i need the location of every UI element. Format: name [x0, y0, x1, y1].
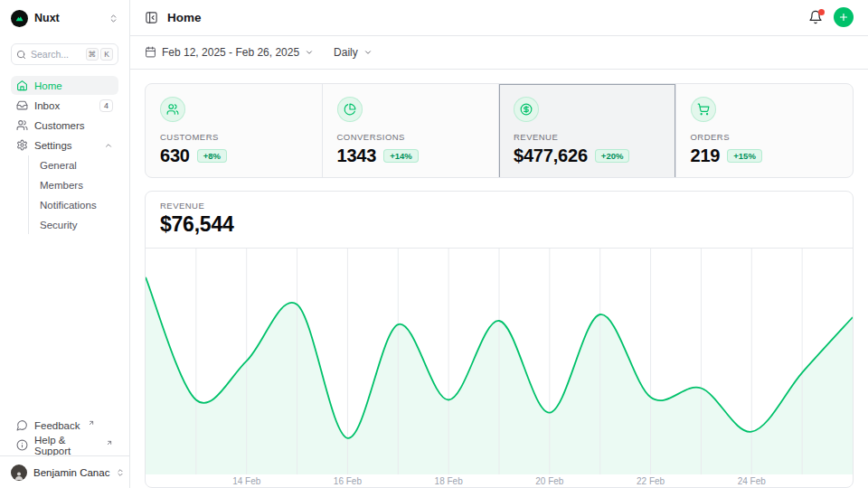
chevron-down-icon [363, 48, 373, 57]
stat-value: $477,626 [514, 145, 588, 166]
info-circle-icon [16, 439, 28, 451]
sidebar-footer-nav: Feedback Help & Support [0, 416, 129, 455]
sidebar-item-general[interactable]: General [33, 155, 118, 174]
date-range-value: Feb 12, 2025 - Feb 26, 2025 [162, 46, 299, 59]
stat-card-orders[interactable]: ORDERS 219 +15% [676, 84, 854, 178]
stat-delta-badge: +20% [595, 149, 630, 163]
revenue-chart-card: REVENUE $76,544 14 Feb16 Feb18 Feb20 Feb… [145, 191, 854, 488]
chevrons-up-down-icon [108, 14, 118, 23]
stats-row: CUSTOMERS 630 +8% CONVERSIONS 1343 +14% [145, 83, 854, 178]
stat-value: 630 [160, 145, 190, 166]
external-link-icon [88, 419, 95, 427]
sidebar-item-security[interactable]: Security [33, 215, 118, 234]
sidebar-item-label: Help & Support [34, 435, 99, 456]
sidebar-item-help-support[interactable]: Help & Support [11, 436, 118, 455]
avatar [11, 465, 27, 481]
sidebar-item-label: Members [40, 180, 83, 191]
search-placeholder: Search... [31, 49, 81, 60]
chart-plot[interactable] [146, 249, 853, 474]
collapse-sidebar-icon[interactable] [145, 11, 158, 24]
period-value: Daily [334, 46, 358, 59]
shopping-cart-icon [691, 97, 716, 122]
inbox-icon [16, 99, 28, 111]
stat-label: REVENUE [514, 132, 661, 142]
sidebar-item-customers[interactable]: Customers [11, 116, 118, 135]
sidebar-item-label: Inbox [34, 100, 93, 111]
notifications-button[interactable] [808, 10, 823, 24]
revenue-area-chart[interactable] [146, 249, 853, 474]
x-axis-label: 24 Feb [738, 476, 766, 486]
add-button[interactable] [834, 7, 854, 27]
sidebar-item-label: Feedback [34, 420, 80, 431]
sidebar-spacer [0, 235, 129, 416]
sidebar-item-label: Security [40, 220, 78, 230]
sidebar-item-members[interactable]: Members [33, 175, 118, 194]
kbd-cmd: ⌘ [86, 48, 99, 61]
period-select[interactable]: Daily [334, 46, 373, 59]
external-link-icon [106, 439, 113, 446]
sidebar-item-label: Settings [34, 140, 98, 151]
sidebar-item-label: General [40, 160, 77, 171]
stat-label: CUSTOMERS [160, 132, 307, 142]
chart-header: REVENUE $76,544 [146, 192, 853, 249]
app-root: Nuxt Search... ⌘ K Home [0, 0, 868, 488]
kbd-k: K [100, 48, 113, 61]
chevrons-up-down-icon [116, 468, 125, 477]
settings-subnav: General Members Notifications Security [28, 155, 118, 234]
user-name: Benjamin Canac [33, 467, 109, 478]
sidebar-item-feedback[interactable]: Feedback [11, 416, 118, 435]
sidebar-nav: Home Inbox 4 Customers Settings [0, 76, 129, 235]
x-axis-label: 20 Feb [535, 476, 563, 486]
stat-value: 219 [691, 145, 721, 166]
inbox-count-badge: 4 [99, 99, 113, 112]
page-header: Home [130, 0, 868, 36]
stat-delta-badge: +8% [197, 149, 227, 163]
stat-delta-badge: +14% [383, 149, 419, 163]
sidebar-item-home[interactable]: Home [11, 76, 118, 95]
x-axis-label: 14 Feb [232, 476, 260, 486]
nuxt-logo-icon [11, 10, 28, 27]
sidebar-item-settings[interactable]: Settings [11, 136, 118, 155]
chart-title: REVENUE [160, 201, 838, 211]
sidebar-item-inbox[interactable]: Inbox 4 [11, 96, 118, 115]
main-area: Home Feb 12, 2025 - Feb 26, 2025 [130, 0, 868, 488]
gear-icon [16, 139, 28, 151]
workspace-name: Nuxt [34, 12, 102, 24]
chevron-up-icon [104, 141, 113, 150]
sidebar-item-label: Notifications [40, 200, 97, 211]
user-menu[interactable]: Benjamin Canac [0, 456, 129, 488]
x-axis-label: 22 Feb [637, 476, 665, 486]
stat-card-customers[interactable]: CUSTOMERS 630 +8% [146, 84, 323, 178]
calendar-icon [145, 46, 156, 58]
home-icon [16, 80, 28, 91]
chart-total-value: $76,544 [160, 212, 838, 237]
stat-label: CONVERSIONS [337, 132, 485, 142]
customers-icon [160, 97, 185, 122]
stat-delta-badge: +15% [727, 149, 762, 163]
page-title: Home [167, 11, 202, 24]
search-input[interactable]: Search... ⌘ K [11, 43, 118, 65]
sidebar-item-notifications[interactable]: Notifications [33, 195, 118, 214]
x-axis-label: 16 Feb [334, 476, 362, 486]
workspace-switcher[interactable]: Nuxt [0, 0, 129, 36]
chevron-down-icon [305, 48, 314, 57]
search-icon [16, 50, 26, 60]
sidebar-item-label: Home [34, 80, 113, 91]
stat-label: ORDERS [691, 132, 839, 142]
stat-card-conversions[interactable]: CONVERSIONS 1343 +14% [323, 84, 500, 178]
notification-dot [818, 9, 825, 15]
filters-toolbar: Feb 12, 2025 - Feb 26, 2025 Daily [130, 36, 868, 70]
search-shortcut: ⌘ K [86, 48, 114, 61]
pie-chart-icon [337, 97, 363, 122]
message-circle-icon [16, 419, 28, 431]
circle-dollar-icon [514, 97, 539, 122]
x-axis-label: 18 Feb [435, 476, 463, 486]
stat-value: 1343 [337, 145, 377, 166]
stat-card-revenue[interactable]: REVENUE $477,626 +20% [499, 84, 676, 178]
users-icon [16, 119, 28, 131]
sidebar: Nuxt Search... ⌘ K Home [0, 0, 130, 488]
sidebar-item-label: Customers [34, 120, 113, 131]
date-range-picker[interactable]: Feb 12, 2025 - Feb 26, 2025 [145, 46, 314, 59]
x-axis-labels: 14 Feb16 Feb18 Feb20 Feb22 Feb24 Feb [146, 474, 853, 488]
